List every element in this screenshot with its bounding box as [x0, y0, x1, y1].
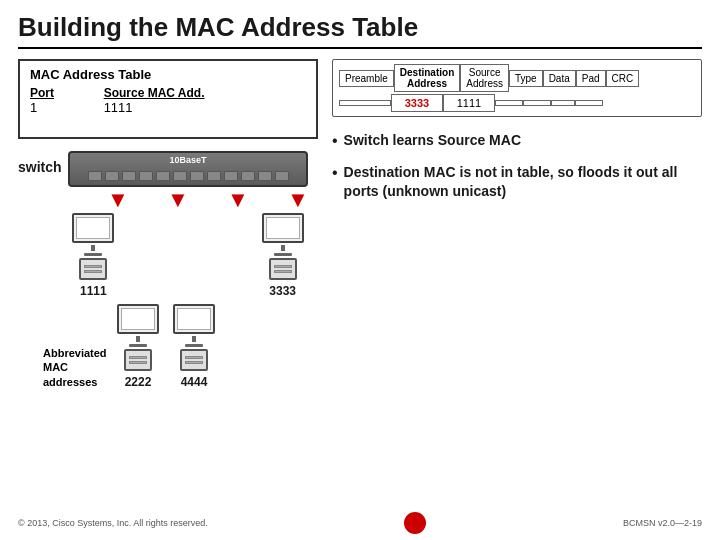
- table-cell-port: 1: [30, 100, 104, 115]
- monitor-4444: [173, 304, 215, 334]
- base-4444: [185, 344, 203, 347]
- computer-1111: 1111: [72, 213, 114, 298]
- switch-label: switch: [18, 159, 62, 175]
- arrow-2: ▼: [167, 189, 189, 211]
- frame-cell-type-header: Type: [509, 70, 543, 87]
- monitor-2222: [117, 304, 159, 334]
- frame-val-src: 1111: [443, 94, 495, 112]
- port-4: [139, 171, 153, 181]
- frame-val-crc: [575, 100, 603, 106]
- computer-4444: 4444: [173, 304, 215, 389]
- tower-3333: [269, 258, 297, 280]
- frame-cell-crc-header: CRC: [606, 70, 640, 87]
- port-1: [88, 171, 102, 181]
- bullet-2: • Destination MAC is not in table, so fl…: [332, 163, 702, 202]
- tower-4444: [180, 349, 208, 371]
- right-column: Preamble DestinationAddress SourceAddres…: [332, 59, 702, 525]
- port-6: [173, 171, 187, 181]
- label-2222: 2222: [125, 375, 152, 389]
- frame-diagram: Preamble DestinationAddress SourceAddres…: [332, 59, 702, 117]
- port-8: [207, 171, 221, 181]
- footer-copyright: © 2013, Cisco Systems, Inc. All rights r…: [18, 518, 208, 528]
- frame-cell-preamble: Preamble: [339, 70, 394, 87]
- bullet-text-2: Destination MAC is not in table, so floo…: [344, 163, 702, 202]
- drive-1111: [84, 265, 102, 268]
- screen-1111: [76, 217, 110, 239]
- stand-4444: [192, 336, 196, 342]
- label-3333: 3333: [269, 284, 296, 298]
- port-9: [224, 171, 238, 181]
- frame-cell-data-header: Data: [543, 70, 576, 87]
- switch-body: 10BaseT: [68, 151, 308, 187]
- drive-3333: [274, 265, 292, 268]
- main-content: MAC Address Table Port Source MAC Add. 1…: [18, 59, 702, 525]
- frame-val-data: [523, 100, 551, 106]
- top-computers-row: 1111: [43, 213, 333, 298]
- frame-val-pad: [551, 100, 575, 106]
- screen-4444: [177, 308, 211, 330]
- port-7: [190, 171, 204, 181]
- drive2-2222: [129, 361, 147, 364]
- tower-1111: [79, 258, 107, 280]
- port-12: [275, 171, 289, 181]
- arrow-4: ▼: [287, 189, 309, 211]
- footer-version: BCMSN v2.0—2-19: [623, 518, 702, 528]
- mac-address-table-box: MAC Address Table Port Source MAC Add. 1…: [18, 59, 318, 139]
- stand-2222: [136, 336, 140, 342]
- frame-cell-pad-header: Pad: [576, 70, 606, 87]
- bullet-dot-2: •: [332, 163, 338, 182]
- drive-4444: [185, 356, 203, 359]
- computer-3333: 3333: [262, 213, 304, 298]
- frame-cell-dest-header: DestinationAddress: [394, 64, 460, 92]
- page: Building the MAC Address Table MAC Addre…: [0, 0, 720, 540]
- switch-diagram: 10BaseT: [58, 151, 318, 389]
- base-2222: [129, 344, 147, 347]
- monitor-3333: [262, 213, 304, 243]
- arrows-row: ▼ ▼ ▼ ▼: [88, 189, 328, 211]
- switch-ports: [80, 171, 297, 181]
- port-10: [241, 171, 255, 181]
- table-row: 1 1111: [30, 100, 306, 115]
- drive-2222: [129, 356, 147, 359]
- mac-table: Port Source MAC Add. 1 1111: [30, 86, 306, 115]
- abbrev-label: AbbreviatedMACaddresses: [43, 346, 113, 389]
- frame-cell-src-header: SourceAddress: [460, 64, 509, 92]
- stand-3333: [281, 245, 285, 251]
- base-3333: [274, 253, 292, 256]
- col-header-port: Port: [30, 86, 104, 100]
- drive2-1111: [84, 270, 102, 273]
- mac-table-title: MAC Address Table: [30, 67, 306, 82]
- drive2-3333: [274, 270, 292, 273]
- left-column: MAC Address Table Port Source MAC Add. 1…: [18, 59, 318, 525]
- label-4444: 4444: [181, 375, 208, 389]
- screen-2222: [121, 308, 155, 330]
- bullet-list: • Switch learns Source MAC • Destination…: [332, 131, 702, 202]
- arrow-3: ▼: [227, 189, 249, 211]
- switch-body-label: 10BaseT: [169, 155, 206, 165]
- frame-val-dest: 3333: [391, 94, 443, 112]
- stand-1111: [91, 245, 95, 251]
- page-title: Building the MAC Address Table: [18, 12, 702, 49]
- frame-header-row: Preamble DestinationAddress SourceAddres…: [339, 64, 695, 92]
- screen-3333: [266, 217, 300, 239]
- port-2: [105, 171, 119, 181]
- red-circle-badge: [404, 512, 426, 534]
- col-header-mac: Source MAC Add.: [104, 86, 306, 100]
- tower-2222: [124, 349, 152, 371]
- arrow-1: ▼: [107, 189, 129, 211]
- bullet-text-1: Switch learns Source MAC: [344, 131, 521, 151]
- drive2-4444: [185, 361, 203, 364]
- bullet-1: • Switch learns Source MAC: [332, 131, 702, 151]
- footer: © 2013, Cisco Systems, Inc. All rights r…: [18, 512, 702, 534]
- port-3: [122, 171, 136, 181]
- bottom-row: AbbreviatedMACaddresses: [43, 304, 333, 389]
- frame-val-type: [495, 100, 523, 106]
- base-1111: [84, 253, 102, 256]
- computer-2222: 2222: [117, 304, 159, 389]
- table-cell-mac: 1111: [104, 100, 306, 115]
- port-11: [258, 171, 272, 181]
- bullet-dot-1: •: [332, 131, 338, 150]
- monitor-1111: [72, 213, 114, 243]
- port-5: [156, 171, 170, 181]
- frame-val-preamble: [339, 100, 391, 106]
